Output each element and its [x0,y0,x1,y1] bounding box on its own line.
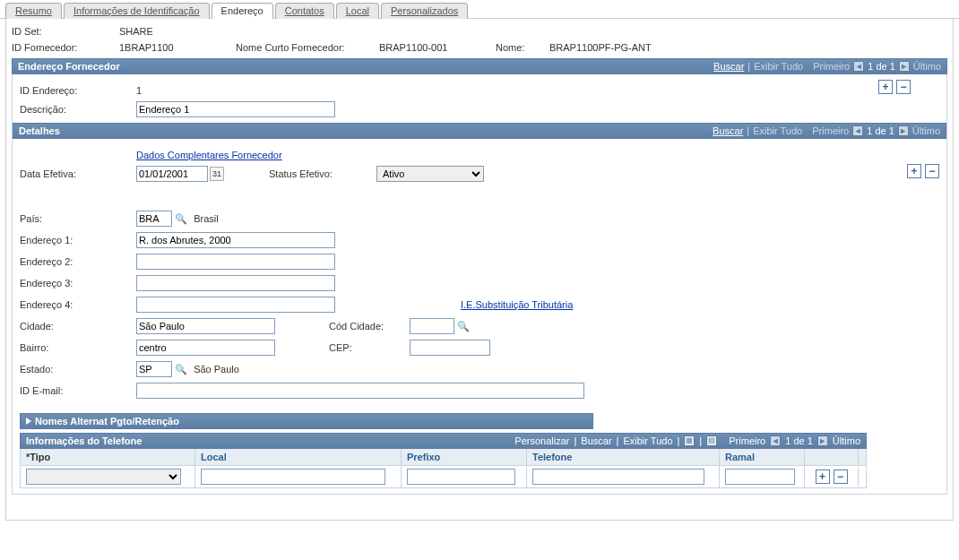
download-icon[interactable]: ▤ [706,435,717,446]
cidade-label: Cidade: [20,321,136,332]
nome-label: Nome: [496,42,549,53]
nav-next-icon[interactable]: ► [899,61,910,72]
tab-strip: Resumo Informações de Identificação Ende… [0,0,959,19]
ramal-input[interactable] [725,469,795,485]
detalhes-buscar-link[interactable]: Buscar [713,125,743,136]
endereco3-label: Endereço 3: [20,278,136,289]
pais-input[interactable] [136,211,172,227]
ie-substituicao-link[interactable]: I.E.Substituição Tributária [461,299,573,310]
email-input[interactable] [136,383,584,399]
tab-contatos[interactable]: Contatos [275,3,334,19]
endereco-fornecedor-title: Endereço Fornecedor [18,61,120,72]
cidade-input[interactable] [136,318,275,334]
telefone-primeiro[interactable]: Primeiro [729,435,765,446]
telefone-delete-row-button[interactable]: − [834,470,848,484]
exibir-tudo-link[interactable]: Exibir Tudo [754,61,803,72]
id-fornecedor-value: 1BRAP1100 [119,42,209,53]
telefone-nav-next-icon[interactable]: ► [817,435,828,446]
calendar-icon[interactable]: 31 [210,167,224,181]
endereco-fornecedor-bar: Endereço Fornecedor Buscar | Exibir Tudo… [12,58,947,74]
dados-complementares-link[interactable]: Dados Complentares Fornecedor [136,150,282,160]
tab-identificacao[interactable]: Informações de Identificação [64,3,210,19]
estado-desc: São Paulo [194,364,239,375]
local-input[interactable] [201,469,385,485]
status-efetivo-select[interactable]: Ativo [376,166,484,182]
nomes-alternat-title: Nomes Alternat Pgto/Retenção [35,416,179,426]
telefone-row: + − [21,466,866,487]
telefone-nav-prev-icon[interactable]: ◄ [770,435,781,446]
endereco1-input[interactable] [136,232,335,248]
add-row-button[interactable]: + [878,80,893,94]
tab-resumo[interactable]: Resumo [5,3,62,19]
col-ramal-header: Ramal [720,449,805,465]
endereco2-label: Endereço 2: [20,256,136,267]
estado-lookup-icon[interactable]: 🔍 [174,362,188,376]
col-local-header: Local [195,449,402,465]
buscar-link[interactable]: Buscar [713,61,744,72]
prefixo-input[interactable] [407,469,515,485]
tab-local[interactable]: Local [336,3,379,19]
status-efetivo-label: Status Efetivo: [269,168,376,179]
telefone-add-row-button[interactable]: + [816,470,830,484]
endereco4-input[interactable] [136,297,335,313]
tipo-select[interactable] [26,469,181,485]
nav-prev-icon[interactable]: ◄ [853,61,864,72]
ultimo-link[interactable]: Último [913,61,941,72]
data-efetiva-input[interactable] [136,166,208,182]
detalhes-pager-text: 1 de 1 [867,125,894,136]
estado-input[interactable] [136,361,172,377]
tab-personalizados[interactable]: Personalizados [381,3,468,19]
cod-cidade-label: Cód Cidade: [329,321,410,332]
telefone-input[interactable] [532,469,704,485]
descricao-input[interactable] [136,101,335,117]
nome-curto-label: Nome Curto Fornecedor: [236,42,379,53]
cod-cidade-input[interactable] [410,318,454,334]
descricao-label: Descrição: [20,104,136,115]
delete-row-button[interactable]: − [896,80,911,94]
endereco2-input[interactable] [136,254,335,270]
cep-label: CEP: [329,342,410,353]
endereco-fornecedor-body: + − ID Endereço: 1 Descrição: Detalhes B… [12,74,947,495]
estado-label: Estado: [20,364,136,375]
col-telefone-header: Telefone [527,449,720,465]
col-prefixo-header: Prefixo [402,449,527,465]
telefone-title: Informações do Telefone [26,435,142,446]
page-body: ID Set:SHARE ID Fornecedor:1BRAP1100 Nom… [5,19,954,521]
telefone-ultimo[interactable]: Último [833,435,860,446]
endereco1-label: Endereço 1: [20,235,136,246]
pais-label: País: [20,213,136,224]
endereco3-input[interactable] [136,275,335,291]
id-set-value: SHARE [119,26,209,37]
cod-cidade-lookup-icon[interactable]: 🔍 [456,319,471,333]
id-endereco-label: ID Endereço: [20,85,136,96]
bairro-input[interactable] [136,340,275,356]
telefone-personalizar[interactable]: Personalizar [514,435,569,446]
detalhes-delete-row-button[interactable]: − [925,164,939,178]
telefone-bar: Informações do Telefone Personalizar | B… [20,433,867,449]
telefone-exibir-tudo[interactable]: Exibir Tudo [623,435,672,446]
id-endereco-value: 1 [136,85,142,96]
detalhes-exibir-tudo-link[interactable]: Exibir Tudo [753,125,802,136]
data-efetiva-label: Data Efetiva: [20,168,136,179]
nomes-alternat-bar[interactable]: Nomes Alternat Pgto/Retenção [20,413,593,429]
col-tipo-header: *Tipo [26,452,50,462]
telefone-buscar[interactable]: Buscar [581,435,611,446]
cep-input[interactable] [410,340,490,356]
expand-icon [26,418,31,425]
nome-curto-value: BRAP1100-001 [379,42,469,53]
detalhes-add-row-button[interactable]: + [907,164,921,178]
id-fornecedor-label: ID Fornecedor: [12,42,119,53]
detalhes-bar: Detalhes Buscar | Exibir Tudo Primeiro ◄… [13,123,946,139]
detalhes-nav-prev-icon[interactable]: ◄ [852,125,863,136]
detalhes-ultimo-link[interactable]: Último [912,125,940,136]
telefone-pager: 1 de 1 [785,435,813,446]
zoom-icon[interactable]: ▦ [684,435,695,446]
pais-lookup-icon[interactable]: 🔍 [174,211,188,226]
telefone-grid: *Tipo Local Prefixo Telefone Ramal + − [20,449,867,488]
detalhes-primeiro-link[interactable]: Primeiro [812,125,849,136]
primeiro-link[interactable]: Primeiro [813,61,850,72]
email-label: ID E-mail: [20,385,136,396]
tab-endereco[interactable]: Endereço [212,3,273,19]
detalhes-nav-next-icon[interactable]: ► [898,125,909,136]
detalhes-title: Detalhes [19,125,60,136]
